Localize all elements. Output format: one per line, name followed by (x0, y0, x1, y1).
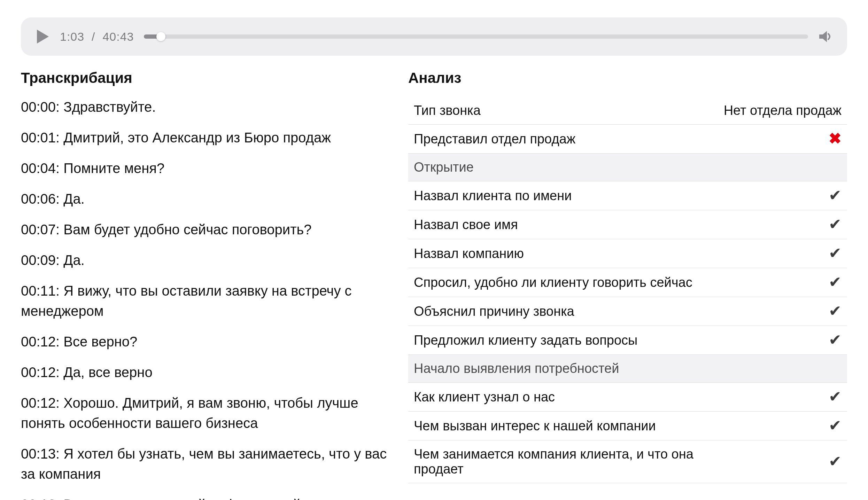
analysis-status: ✔ (718, 297, 847, 326)
analysis-status: ✔ (718, 239, 847, 268)
transcript-line: 00:12: Все верно? (21, 331, 387, 352)
analysis-row: Спросил, удобно ли клиенту говорить сейч… (408, 268, 847, 297)
analysis-status: ✔ (718, 326, 847, 355)
analysis-row: Назвал клиента по имени✔ (408, 181, 847, 210)
seek-track (144, 34, 808, 39)
cross-icon: ✖ (829, 130, 842, 147)
analysis-status: ✔ (718, 268, 847, 297)
analysis-label: Предложил клиенту задать вопросы (408, 326, 718, 355)
analysis-status: ✖ (718, 125, 847, 154)
transcript-line: 00:04: Помните меня? (21, 158, 387, 178)
transcript-line: 00:06: Да. (21, 189, 387, 209)
analysis-label: Как клиент узнал о нас (408, 383, 718, 412)
volume-icon[interactable] (818, 29, 833, 44)
analysis-status: ✔ (718, 181, 847, 210)
analysis-status: ✔ (718, 210, 847, 239)
analysis-row: Предложил клиенту задать вопросы✔ (408, 326, 847, 355)
svg-marker-0 (37, 30, 49, 44)
analysis-panel: Анализ Тип звонкаНет отдела продажПредст… (408, 70, 847, 500)
analysis-label: Тип звонка (408, 97, 718, 125)
analysis-row: Тип звонкаНет отдела продаж (408, 97, 847, 125)
check-icon: ✔ (829, 273, 842, 290)
analysis-label: Объяснил причину звонка (408, 297, 718, 326)
check-icon: ✔ (829, 302, 842, 319)
analysis-row: Назвал свое имя✔ (408, 210, 847, 239)
transcript-line: 00:07: Вам будет удобно сейчас поговорит… (21, 219, 387, 240)
transcript-line: 00:11: Я вижу, что вы оставили заявку на… (21, 281, 387, 321)
analysis-row: Начало выявления потребностей (408, 355, 847, 383)
analysis-section-label: Открытие (408, 154, 847, 181)
total-time: 40:43 (102, 30, 134, 43)
transcript-line: 00:12: Хорошо. Дмитрий, я вам звоню, что… (21, 393, 387, 433)
check-icon: ✔ (829, 216, 842, 233)
analysis-value: Нет отдела продаж (718, 97, 847, 125)
transcript-line: 00:13: В соответствии с этой информацией… (21, 494, 387, 500)
analysis-row: Назвал компанию✔ (408, 239, 847, 268)
analysis-label: Чем занимается компания клиента, и что о… (408, 440, 718, 483)
analysis-row: Объяснил причину звонка✔ (408, 297, 847, 326)
analysis-status: ✔ (718, 412, 847, 440)
transcript-line: 00:01: Дмитрий, это Александр из Бюро пр… (21, 127, 387, 148)
transcript-title: Транскрибация (21, 70, 387, 86)
analysis-label: Назвал свое имя (408, 210, 718, 239)
check-icon: ✔ (829, 453, 842, 470)
check-icon: ✔ (829, 388, 842, 405)
transcript-list: 00:00: Здравствуйте.00:01: Дмитрий, это … (21, 97, 387, 500)
check-icon: ✔ (829, 417, 842, 434)
check-icon: ✔ (829, 187, 842, 204)
transcript-line: 00:09: Да. (21, 250, 387, 270)
analysis-title: Анализ (408, 70, 847, 86)
analysis-label: Чем вызван интерес к нашей компании (408, 412, 718, 440)
analysis-status: ✔ (718, 440, 847, 483)
transcript-panel: Транскрибация 00:00: Здравствуйте.00:01:… (21, 70, 387, 500)
analysis-label: Представил отдел продаж (408, 125, 718, 154)
analysis-section-label: Начало выявления потребностей (408, 355, 847, 383)
analysis-label: Спросил, удобно ли клиенту говорить сейч… (408, 268, 718, 297)
svg-marker-1 (819, 31, 827, 42)
seek-bar[interactable] (144, 34, 808, 39)
analysis-row: Открытие (408, 154, 847, 181)
seek-thumb[interactable] (156, 32, 165, 41)
analysis-row: Представил отдел продаж✖ (408, 125, 847, 154)
transcript-line: 00:13: Я хотел бы узнать, чем вы занимае… (21, 444, 387, 484)
check-icon: ✔ (829, 331, 842, 348)
main-content: Транскрибация 00:00: Здравствуйте.00:01:… (21, 70, 847, 500)
analysis-row: Чем занимается компания клиента, и что о… (408, 440, 847, 483)
analysis-row: Чем вызван интерес к нашей компании✔ (408, 412, 847, 440)
transcript-line: 00:12: Да, все верно (21, 362, 387, 382)
playback-time: 1:03 / 40:43 (60, 30, 134, 44)
analysis-label: Назвал клиента по имени (408, 181, 718, 210)
check-icon: ✔ (829, 244, 842, 261)
transcript-line: 00:00: Здравствуйте. (21, 97, 387, 117)
play-icon[interactable] (35, 29, 50, 44)
analysis-label: Назвал компанию (408, 239, 718, 268)
current-time: 1:03 (60, 30, 84, 43)
analysis-status: ✔ (718, 383, 847, 412)
analysis-table: Тип звонкаНет отдела продажПредставил от… (408, 97, 847, 483)
analysis-row: Как клиент узнал о нас✔ (408, 383, 847, 412)
audio-player: 1:03 / 40:43 (21, 17, 847, 56)
